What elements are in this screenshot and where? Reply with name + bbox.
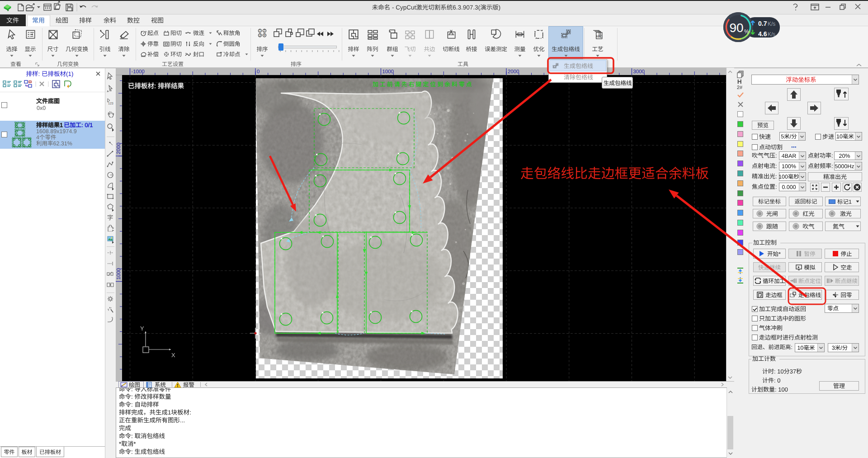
svg-text:90: 90 xyxy=(729,21,743,35)
svg-text:4.6: 4.6 xyxy=(758,30,767,38)
svg-text:0.7: 0.7 xyxy=(758,20,767,27)
svg-text:%: % xyxy=(744,28,749,35)
svg-text:K/s: K/s xyxy=(768,31,775,38)
svg-text:K/s: K/s xyxy=(768,21,775,27)
